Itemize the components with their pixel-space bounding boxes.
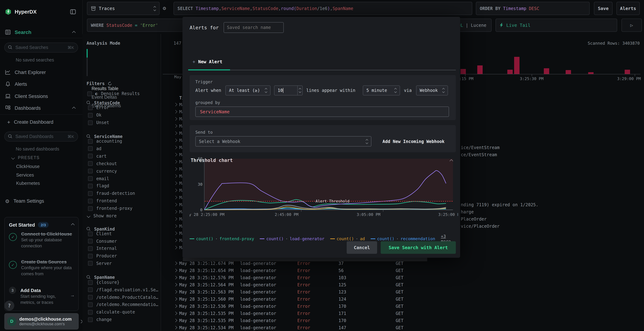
cell-service-name: load-generator (240, 282, 276, 287)
table-row[interactable]: May 28 3:25:12.654 PMload-generatorError… (161, 267, 640, 274)
number-spinner[interactable] (297, 86, 302, 95)
add-webhook-link[interactable]: Add New Incoming Webhook (382, 139, 444, 144)
row-chevron-icon[interactable] (174, 196, 177, 199)
y-tick-label: 30 (198, 182, 203, 187)
cell-duration: 123 (338, 290, 346, 295)
legend-item[interactable]: count()·recommendation (371, 236, 435, 241)
table-row[interactable]: May 28 3:25:12.536 PMload-generatorError… (161, 303, 640, 310)
webhook-select[interactable]: Select a Webhook (195, 136, 371, 147)
tab-track (230, 70, 456, 70)
row-chevron-icon[interactable] (174, 217, 177, 221)
legend-swatch (371, 238, 375, 239)
cell-timestamp: May 28 3:25:12.535 PM (179, 311, 234, 316)
histogram-bar (477, 65, 483, 74)
row-expand-chevron-icon[interactable] (174, 269, 177, 272)
table-row[interactable]: May 28 3:25:12.535 PMload-generatorError… (161, 310, 640, 317)
table-row[interactable]: May 28 3:25:12.560 PMload-generatorError… (161, 296, 640, 303)
cell-timestamp: May 28 3:25:12.563 PM (179, 290, 234, 295)
row-chevron-icon[interactable] (174, 117, 177, 121)
active-tab-underline (188, 69, 230, 70)
cell-span-name: GET (396, 297, 404, 302)
row-chevron-icon[interactable] (174, 174, 177, 178)
row-expand-chevron-icon[interactable] (174, 319, 177, 322)
cell-timestamp: May 28 3:25:12.536 PM (179, 304, 234, 309)
cancel-button[interactable]: Cancel (347, 241, 377, 254)
save-search-with-alert-button[interactable]: Save Search with Alert (381, 241, 456, 254)
cell-service-name: load-generator (240, 297, 276, 302)
results-count-partial: 147 (174, 41, 181, 46)
table-row[interactable]: May 28 3:25:12.564 PMload-generatorError… (161, 281, 640, 289)
row-chevron-icon[interactable] (174, 231, 177, 235)
occluded-row-tail: nding 7119) expired on 1/2025. (461, 202, 538, 207)
histogram-tick (635, 74, 635, 76)
legend-item[interactable]: count()·load-generator (260, 236, 324, 241)
hyperdx-app: HyperDX Search Saved Searches ⌘K No save… (0, 0, 644, 331)
histogram-bar (460, 69, 466, 74)
cell-status-code: Error (297, 275, 310, 280)
channel-value: Webhook (420, 88, 438, 93)
cell-duration: 170 (338, 318, 346, 323)
row-chevron-icon[interactable] (174, 131, 177, 135)
row-chevron-icon[interactable] (174, 189, 177, 192)
row-chevron-icon[interactable] (174, 110, 177, 113)
row-expand-chevron-icon[interactable] (174, 312, 177, 315)
row-chevron-icon[interactable] (174, 203, 177, 206)
row-expand-chevron-icon[interactable] (174, 276, 177, 279)
window-value: 5 minute (366, 88, 387, 93)
tab-new-alert[interactable]: + New Alert (192, 59, 222, 64)
histogram-axis-label: 3:29:00 PM (615, 76, 643, 81)
occluded-row-tail: vice/PlaceOrder (461, 224, 500, 229)
row-chevron-icon[interactable] (174, 103, 177, 106)
row-chevron-icon[interactable] (174, 239, 177, 242)
table-row[interactable]: May 28 3:25:12.535 PMload-generatorError… (161, 317, 640, 324)
legend-item[interactable]: count()·ad (330, 236, 365, 241)
plus-icon: + (192, 59, 195, 64)
table-row[interactable]: May 28 3:25:12.674 PMload-generatorError… (161, 260, 640, 267)
channel-select[interactable]: Webhook (416, 85, 448, 95)
row-chevron-icon[interactable] (174, 153, 177, 156)
histogram-bar (588, 72, 594, 74)
y-tick-label: 60 (198, 157, 203, 161)
above-threshold-region (205, 159, 453, 201)
row-chevron-icon[interactable] (174, 224, 177, 228)
row-chevron-icon[interactable] (174, 124, 177, 128)
row-chevron-icon[interactable] (174, 160, 177, 164)
window-select[interactable]: 5 minute (363, 85, 400, 95)
row-expand-chevron-icon[interactable] (174, 326, 177, 330)
help-button[interactable]: ? (4, 301, 14, 311)
row-expand-chevron-icon[interactable] (174, 304, 177, 308)
cell-span-name: GET (396, 311, 404, 316)
legend-series-name: load-generator (290, 236, 324, 241)
legend-fn: count() (266, 236, 284, 241)
grouped-by-input[interactable]: ServiceName (195, 106, 449, 117)
row-chevron-icon[interactable] (174, 138, 177, 142)
row-chevron-icon[interactable] (174, 246, 177, 249)
row-chevron-icon[interactable] (174, 167, 177, 171)
threshold-op-select[interactable]: At least (≥) (226, 85, 270, 95)
threshold-value-input[interactable]: 10 (274, 85, 303, 95)
threshold-chart: 03060May 28 2:25:00 PM2:45:00 PM3:05:00 … (190, 154, 458, 233)
legend-swatch (330, 238, 335, 239)
x-tick-label: 2:45:00 PM (275, 212, 298, 217)
webhook-select-value: Select a Webhook (199, 139, 240, 144)
cell-duration: 56 (338, 268, 344, 273)
cell-service-name: load-generator (240, 261, 276, 266)
legend-series-name: recommendation (400, 236, 435, 241)
legend-item[interactable]: count()·frontend-proxy (190, 236, 254, 241)
cell-duration: 170 (338, 304, 346, 309)
table-row[interactable]: May 28 3:25:12.534 PMload-generatorError… (161, 324, 640, 331)
row-chevron-icon[interactable] (174, 210, 177, 214)
row-expand-chevron-icon[interactable] (174, 290, 177, 294)
table-row[interactable]: May 28 3:25:12.576 PMload-generatorError… (161, 274, 640, 281)
row-chevron-icon[interactable] (174, 181, 177, 185)
table-row[interactable]: May 28 3:25:12.563 PMload-generatorError… (161, 289, 640, 296)
row-expand-chevron-icon[interactable] (174, 262, 177, 265)
row-chevron-icon[interactable] (174, 146, 177, 149)
cell-status-code: Error (297, 311, 310, 316)
row-expand-chevron-icon[interactable] (174, 297, 177, 301)
legend-dot: · (286, 236, 288, 241)
cell-span-name: GET (396, 318, 404, 323)
row-expand-chevron-icon[interactable] (174, 283, 177, 287)
cell-status-code: Error (297, 290, 310, 295)
saved-search-name-input[interactable] (224, 22, 284, 33)
